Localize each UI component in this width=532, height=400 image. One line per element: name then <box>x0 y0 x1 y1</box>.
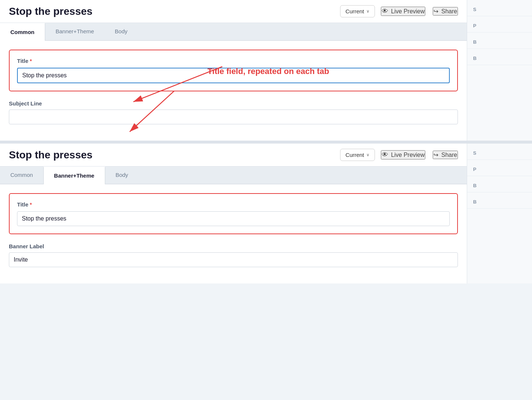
panel1-content: Title * Subject Line <box>0 41 467 141</box>
panel2-header: Stop the presses Current ∨ 👁 Live Previe… <box>0 144 467 167</box>
header-actions-2: 👁 Live Preview ↪ Share <box>381 150 458 159</box>
side-item-b3: B <box>467 176 532 192</box>
version-label-2: Current <box>346 152 364 158</box>
bottom-panel-row: Stop the presses Current ∨ 👁 Live Previe… <box>0 144 532 283</box>
side-item-s: S <box>467 0 532 16</box>
panel2-content: Title * Banner Label <box>0 184 467 283</box>
subject-line-field-1: Subject Line <box>9 100 458 124</box>
subject-line-label-1: Subject Line <box>9 100 458 107</box>
required-star-2: * <box>30 202 32 208</box>
subject-line-input-1[interactable] <box>9 110 458 124</box>
panel-divider <box>0 141 532 144</box>
live-preview-button-1[interactable]: 👁 Live Preview <box>381 7 426 16</box>
panel2-sidebar: S P B B <box>467 144 532 283</box>
title-field-label-2: Title * <box>17 201 450 208</box>
panel1-header: Stop the presses Current ∨ 👁 Live Previe… <box>0 0 467 23</box>
live-preview-label-1: Live Preview <box>391 8 425 15</box>
live-preview-label-2: Live Preview <box>391 152 425 158</box>
share-label-1: Share <box>441 8 457 15</box>
live-preview-button-2[interactable]: 👁 Live Preview <box>381 150 426 159</box>
share-label-2: Share <box>441 152 457 158</box>
required-star-1: * <box>30 58 32 64</box>
side-item-b4: B <box>467 192 532 209</box>
share-button-1[interactable]: ↪ Share <box>433 7 458 16</box>
header-actions-1: 👁 Live Preview ↪ Share <box>381 7 458 16</box>
tab-body-2[interactable]: Body <box>105 167 139 184</box>
banner-label-label: Banner Label <box>9 243 458 249</box>
tab-banner-theme-2[interactable]: Banner+Theme <box>43 167 105 184</box>
eye-icon-2: 👁 <box>382 151 388 159</box>
annotation-text-top: Title field, repeated on each tab <box>207 67 329 76</box>
chevron-icon-1: ∨ <box>366 9 369 14</box>
title-field-label-1: Title * <box>17 58 450 64</box>
share-button-2[interactable]: ↪ Share <box>433 151 458 159</box>
tab-bar-2: Common Banner+Theme Body <box>0 167 467 184</box>
tab-body-1[interactable]: Body <box>104 23 138 40</box>
panel2-main: Stop the presses Current ∨ 👁 Live Previe… <box>0 144 467 283</box>
share-icon-2: ↪ <box>433 151 438 158</box>
version-dropdown-1[interactable]: Current ∨ <box>340 5 375 17</box>
panel1-title: Stop the presses <box>9 6 334 17</box>
panel2-title: Stop the presses <box>9 149 334 161</box>
share-icon-1: ↪ <box>433 8 438 15</box>
banner-label-input[interactable] <box>9 252 458 267</box>
eye-icon-1: 👁 <box>382 7 388 15</box>
tab-banner-theme-1[interactable]: Banner+Theme <box>45 23 104 40</box>
side-item-b2: B <box>467 49 532 65</box>
tab-common-2[interactable]: Common <box>0 167 43 184</box>
side-item-s2: S <box>467 144 532 160</box>
side-item-p: P <box>467 16 532 33</box>
banner-label-field: Banner Label <box>9 243 458 267</box>
side-item-b1: B <box>467 33 532 49</box>
tab-bar-1: Common Banner+Theme Body <box>0 23 467 41</box>
title-input-2[interactable] <box>17 211 450 226</box>
panel1-sidebar: S P B B <box>467 0 532 141</box>
title-section-2: Title * <box>9 193 458 234</box>
version-label-1: Current <box>346 8 364 14</box>
tab-common-1[interactable]: Common <box>0 23 45 41</box>
side-item-p2: P <box>467 160 532 176</box>
chevron-icon-2: ∨ <box>366 152 369 157</box>
version-dropdown-2[interactable]: Current ∨ <box>340 149 375 161</box>
